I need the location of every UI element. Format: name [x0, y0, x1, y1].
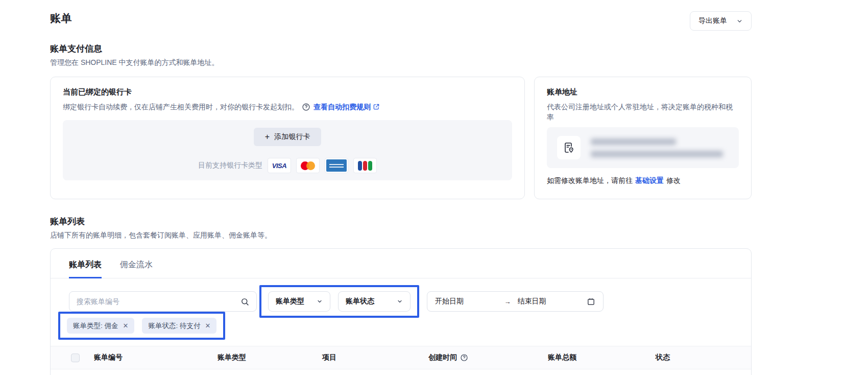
address-footer-suffix: 修改 — [666, 176, 681, 185]
date-range-arrow: → — [504, 298, 511, 306]
tab-bill-list[interactable]: 账单列表 — [69, 260, 102, 278]
bound-bank-card-panel: 当前已绑定的银行卡 绑定银行卡自动续费，仅在店铺产生相关费用时，对你的银行卡发起… — [50, 77, 525, 199]
payment-info-subheading: 管理您在 SHOPLINE 中支付账单的方式和账单地址。 — [50, 58, 752, 67]
column-bill-number: 账单编号 — [94, 353, 218, 362]
bill-table-header: 账单编号 账单类型 项目 创建时间 账单总额 状态 — [51, 346, 751, 369]
bill-status-dropdown-label: 账单状态 — [346, 297, 374, 306]
chevron-down-icon — [317, 298, 323, 304]
billing-address-panel: 账单地址 代表公司注册地址或个人常驻地址，将决定账单的税种和税率 — [534, 77, 752, 199]
bill-list-section-head: 账单列表 店铺下所有的账单明细，包含套餐订阅账单、应用账单、佣金账单等。 — [50, 216, 752, 240]
plus-icon: + — [265, 132, 270, 142]
highlighted-filter-chips: 账单类型: 佣金 ✕ 账单状态: 待支付 ✕ — [58, 312, 225, 340]
search-icon[interactable] — [240, 297, 249, 306]
select-all-checkbox[interactable] — [71, 354, 80, 362]
bill-list-heading: 账单列表 — [50, 216, 752, 227]
filter-chip-bill-status[interactable]: 账单状态: 待支付 ✕ — [142, 318, 216, 334]
highlighted-filter-dropdowns: 账单类型 账单状态 — [259, 285, 419, 318]
payment-info-heading: 账单支付信息 — [50, 43, 752, 55]
jcb-logo — [353, 158, 377, 173]
visa-logo: VISA — [268, 158, 291, 173]
bank-card-description-row: 绑定银行卡自动续费，仅在店铺产生相关费用时，对你的银行卡发起划扣。 查看自动扣费… — [63, 102, 512, 112]
search-box — [69, 291, 257, 312]
start-date-placeholder[interactable]: 开始日期 — [435, 297, 464, 306]
close-icon[interactable]: ✕ — [123, 322, 129, 329]
help-circle-icon[interactable] — [460, 354, 468, 362]
billing-address-display — [547, 127, 739, 168]
blurred-address-text — [591, 138, 729, 157]
add-bank-card-button[interactable]: + 添加银行卡 — [254, 128, 321, 146]
bill-list-tabs: 账单列表 佣金流水 — [51, 249, 751, 278]
payment-info-section-head: 账单支付信息 管理您在 SHOPLINE 中支付账单的方式和账单地址。 — [50, 43, 752, 67]
column-project: 项目 — [322, 353, 428, 362]
filter-chip-label: 账单状态: 待支付 — [148, 321, 200, 331]
help-circle-icon[interactable] — [302, 103, 310, 111]
external-link-icon — [373, 103, 380, 110]
date-range-picker[interactable]: 开始日期 → 结束日期 — [427, 291, 604, 312]
export-bills-button[interactable]: 导出账单 — [690, 11, 752, 31]
address-document-pin-icon — [557, 136, 581, 159]
add-bank-card-label: 添加银行卡 — [274, 132, 310, 142]
end-date-placeholder[interactable]: 结束日期 — [518, 297, 546, 306]
export-bills-label: 导出账单 — [698, 16, 727, 26]
close-icon[interactable]: ✕ — [205, 322, 210, 329]
bank-card-title: 当前已绑定的银行卡 — [63, 87, 512, 97]
chevron-down-icon — [397, 298, 403, 304]
column-bill-total: 账单总额 — [548, 353, 656, 362]
bill-list-subheading: 店铺下所有的账单明细，包含套餐订阅账单、应用账单、佣金账单等。 — [50, 231, 752, 240]
bill-status-dropdown[interactable]: 账单状态 — [338, 291, 411, 312]
auto-charge-rules-link-label: 查看自动扣费规则 — [314, 102, 371, 112]
basic-settings-link[interactable]: 基础设置 — [635, 176, 664, 185]
billing-address-description: 代表公司注册地址或个人常驻地址，将决定账单的税种和税率 — [547, 102, 739, 122]
bill-type-dropdown-label: 账单类型 — [276, 297, 304, 306]
amex-logo — [325, 158, 348, 173]
filter-chip-label: 账单类型: 佣金 — [73, 321, 118, 331]
page-header: 账单 导出账单 — [50, 0, 752, 31]
filter-chip-bill-type[interactable]: 账单类型: 佣金 ✕ — [67, 318, 134, 334]
bank-card-description: 绑定银行卡自动续费，仅在店铺产生相关费用时，对你的银行卡发起划扣。 — [63, 102, 299, 112]
column-bill-type: 账单类型 — [218, 353, 322, 362]
address-footer: 如需修改账单地址，请前往 基础设置 修改 — [547, 176, 739, 185]
supported-card-types-label: 目前支持银行卡类型 — [198, 161, 262, 170]
column-created-time: 创建时间 — [428, 353, 548, 362]
chevron-down-icon — [736, 18, 743, 25]
bill-type-dropdown[interactable]: 账单类型 — [268, 291, 330, 312]
tab-commission-flow[interactable]: 佣金流水 — [120, 260, 153, 278]
calendar-icon[interactable] — [587, 297, 595, 306]
auto-charge-rules-link[interactable]: 查看自动扣费规则 — [314, 102, 380, 112]
payment-cards-row: 当前已绑定的银行卡 绑定银行卡自动续费，仅在店铺产生相关费用时，对你的银行卡发起… — [50, 77, 752, 199]
page-container: 账单 导出账单 账单支付信息 管理您在 SHOPLINE 中支付账单的方式和账单… — [50, 0, 752, 375]
search-bill-number-input[interactable] — [77, 297, 235, 306]
mastercard-logo — [296, 158, 320, 173]
address-footer-prefix: 如需修改账单地址，请前往 — [547, 176, 633, 185]
column-status: 状态 — [656, 353, 751, 362]
bill-list-card: 账单列表 佣金流水 账单类型 账单状态 — [50, 248, 752, 375]
bank-card-empty-panel: + 添加银行卡 目前支持银行卡类型 VISA — [63, 120, 512, 180]
page-title: 账单 — [50, 11, 72, 26]
supported-card-types-row: 目前支持银行卡类型 VISA — [198, 158, 377, 173]
billing-address-title: 账单地址 — [547, 87, 739, 97]
